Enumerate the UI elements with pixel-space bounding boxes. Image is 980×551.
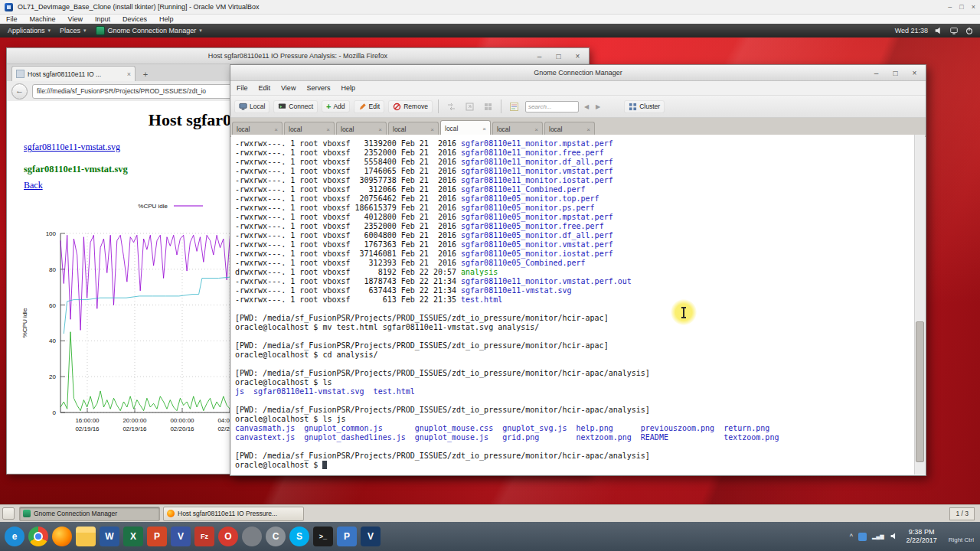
vbox-maximize-button[interactable]: □ xyxy=(959,3,963,11)
tab-close-icon[interactable]: × xyxy=(326,126,330,133)
vbox-close-button[interactable]: × xyxy=(972,3,975,11)
gcm-menu-view[interactable]: View xyxy=(281,84,296,92)
taskbar-icon-terminal[interactable]: >_ xyxy=(313,527,333,546)
scrollbar-thumb[interactable] xyxy=(916,321,924,462)
tab-close-icon[interactable]: × xyxy=(534,126,538,133)
tab-close-icon[interactable]: × xyxy=(274,126,278,133)
taskbar-item-firefox[interactable]: Host sgfar08110e11 IO Pressure... xyxy=(163,507,304,521)
vmstat-svg-link[interactable]: sgfar08110e11-vmstat.svg xyxy=(24,142,120,153)
gcm-app-icon xyxy=(23,510,31,517)
taskbar-icon-file-explorer[interactable] xyxy=(76,527,96,546)
terminal-line: oracle@localhost $ ls js xyxy=(235,415,915,424)
app-menu-gcm[interactable]: Gnome Connection Manager ▾ xyxy=(91,24,207,37)
cluster-button[interactable]: Cluster xyxy=(624,100,665,113)
firefox-icon xyxy=(167,510,175,517)
taskbar-icon-filezilla[interactable]: Fz xyxy=(194,527,214,546)
taskbar-icon-app-gray[interactable] xyxy=(242,527,262,546)
taskbar-icon-virtualbox[interactable]: V xyxy=(361,527,381,546)
remove-button[interactable]: Remove xyxy=(388,100,433,113)
taskbar-icon-firefox[interactable] xyxy=(52,527,72,546)
gcm-maximize-button[interactable]: □ xyxy=(890,69,900,77)
vbox-menu-machine[interactable]: Machine xyxy=(30,15,56,23)
tray-expand-icon[interactable]: ^ xyxy=(850,533,853,540)
show-desktop-icon[interactable] xyxy=(2,507,15,520)
gcm-logo-icon[interactable] xyxy=(507,100,521,113)
grid-layout-icon[interactable] xyxy=(481,100,495,113)
gcm-tab-5[interactable]: local× xyxy=(440,120,491,136)
taskbar-icon-chrome[interactable] xyxy=(28,527,48,546)
terminal-line: -rwxrwx---. 1 root vboxsf 2352000 Feb 21… xyxy=(235,222,915,231)
tray-volume-icon[interactable] xyxy=(890,530,898,543)
tab-close-icon[interactable]: × xyxy=(430,126,434,133)
connect-button[interactable]: Connect xyxy=(273,100,318,113)
taskbar-icon-clock-app[interactable]: C xyxy=(266,527,286,546)
terminal-line: [PWD: /media/sf_FusionPSR/Projects/PROD_… xyxy=(235,406,915,415)
taskbar-icon-skype[interactable]: S xyxy=(289,527,309,546)
taskbar-icon-excel[interactable]: X xyxy=(123,527,143,546)
taskbar-icon-powerpoint[interactable]: P xyxy=(147,527,167,546)
firefox-titlebar[interactable]: Host sgfar08110e11 IO Pressure Analysis:… xyxy=(7,48,589,64)
network-icon[interactable]: ▂▄▆ xyxy=(872,533,884,540)
gcm-minimize-button[interactable]: – xyxy=(871,69,881,77)
search-prev-icon[interactable]: ◀ xyxy=(583,102,590,112)
terminal-scrollbar[interactable] xyxy=(914,135,925,474)
gcm-menu-help[interactable]: Help xyxy=(341,84,355,92)
back-button[interactable]: ← xyxy=(11,83,28,99)
local-button[interactable]: Local xyxy=(234,100,270,113)
firefox-maximize-button[interactable]: □ xyxy=(554,52,564,60)
task-label: Gnome Connection Manager xyxy=(34,510,117,517)
gcm-titlebar[interactable]: Gnome Connection Manager – □ × xyxy=(230,65,926,81)
taskbar-icon-opera[interactable]: O xyxy=(218,527,238,546)
power-icon[interactable] xyxy=(965,26,974,35)
tab-close-icon[interactable]: × xyxy=(127,70,131,78)
workspace-pager[interactable]: 1 / 3 xyxy=(949,507,975,520)
firefox-tab-label: Host sgfar08110e11 IO ... xyxy=(28,70,124,78)
svg-text:20:00:00: 20:00:00 xyxy=(122,417,147,424)
display-icon[interactable] xyxy=(949,26,959,35)
terminal-line: oracle@localhost $ ls xyxy=(235,378,915,387)
cluster-icon xyxy=(629,103,637,111)
firefox-close-button[interactable]: × xyxy=(573,52,583,60)
gcm-menu-edit[interactable]: Edit xyxy=(259,84,271,92)
volume-icon[interactable] xyxy=(934,26,943,35)
detach-icon[interactable] xyxy=(462,100,477,113)
firefox-tab-active[interactable]: Host sgfar08110e11 IO ... × xyxy=(11,66,136,81)
terminal-output[interactable]: -rwxrwx---. 1 root vboxsf 3139200 Feb 21… xyxy=(231,135,915,474)
edit-button[interactable]: Edit xyxy=(354,100,385,113)
tab-close-icon[interactable]: × xyxy=(586,126,590,133)
search-input[interactable] xyxy=(525,101,579,112)
gcm-close-button[interactable]: × xyxy=(910,69,920,77)
add-button[interactable]: + Add xyxy=(322,100,350,112)
gcm-menu-file[interactable]: File xyxy=(237,84,248,92)
vbox-menu-input[interactable]: Input xyxy=(95,15,110,23)
back-link[interactable]: Back xyxy=(24,180,43,191)
vbox-menu-view[interactable]: View xyxy=(68,15,83,23)
panel-clock[interactable]: Wed 21:38 xyxy=(895,27,928,34)
new-tab-button[interactable]: + xyxy=(139,68,152,81)
taskbar-icon-edge[interactable]: e xyxy=(5,527,24,546)
svg-text:%CPU idle: %CPU idle xyxy=(138,203,168,210)
taskbar-icon-visio[interactable]: V xyxy=(171,527,191,546)
taskbar-item-gcm[interactable]: Gnome Connection Manager xyxy=(19,507,160,521)
terminal-line: -rwxrwx---. 1 root vboxsf 30957738 Feb 2… xyxy=(235,176,915,185)
taskbar-icon-word[interactable]: W xyxy=(100,527,119,546)
virtualbox-logo-icon xyxy=(5,3,13,11)
tray-vbox-icon[interactable] xyxy=(858,533,867,541)
firefox-minimize-button[interactable]: – xyxy=(534,52,544,60)
search-next-icon[interactable]: ▶ xyxy=(594,102,602,112)
terminal-line: -rwxrwx---. 1 root vboxsf 1746065 Feb 21… xyxy=(235,167,915,176)
vbox-menu-help[interactable]: Help xyxy=(159,15,174,23)
duplicate-icon[interactable] xyxy=(444,100,459,113)
gcm-menu-servers[interactable]: Servers xyxy=(306,84,330,92)
taskbar-icon-photos[interactable]: P xyxy=(337,527,357,546)
tab-close-icon[interactable]: × xyxy=(482,126,486,132)
vbox-menu-devices[interactable]: Devices xyxy=(122,15,147,23)
monitor-icon xyxy=(239,103,247,111)
vbox-minimize-button[interactable]: – xyxy=(948,3,952,11)
terminal-line: canvastext.js gnuplot_dashedlines.js gnu… xyxy=(235,433,915,442)
applications-menu[interactable]: Applications ▾ xyxy=(3,24,55,37)
tab-close-icon[interactable]: × xyxy=(378,126,382,133)
vbox-menu-file[interactable]: File xyxy=(6,15,18,23)
places-menu[interactable]: Places ▾ xyxy=(55,24,91,37)
system-clock[interactable]: 9:38 PM 2/22/2017 xyxy=(903,528,940,545)
